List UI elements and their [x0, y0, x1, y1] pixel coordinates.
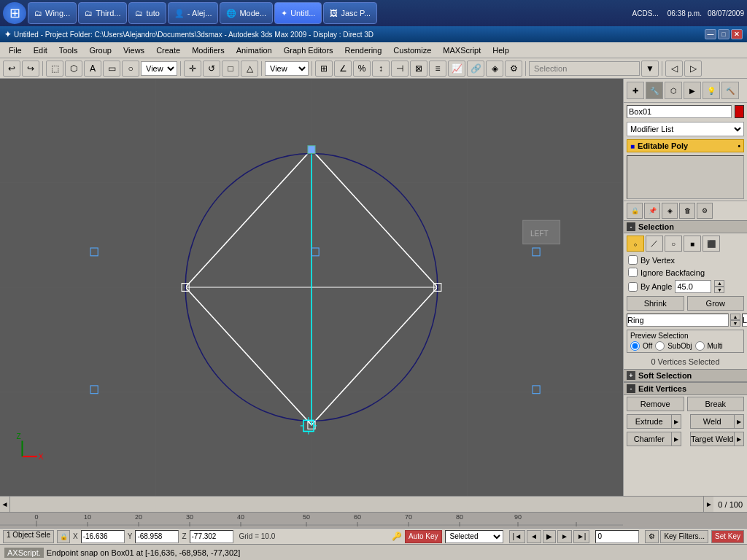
timeline-track[interactable]	[10, 497, 703, 512]
chamfer-arrow-button[interactable]: ▶	[671, 432, 681, 446]
ring-down-button[interactable]: ▼	[730, 320, 740, 327]
minimize-button[interactable]: —	[705, 29, 716, 39]
taskbar-folder1[interactable]: 🗂 Wing...	[28, 2, 77, 24]
lock-toggle[interactable]: 🔒	[57, 530, 70, 543]
hierarchy-panel-icon[interactable]: ⬡	[665, 82, 682, 99]
editable-poly-item[interactable]: ■ Editable Poly •	[627, 139, 744, 152]
preview-off-radio[interactable]	[630, 341, 640, 351]
close-button[interactable]: ✕	[731, 29, 743, 39]
scale-button[interactable]: △	[241, 61, 258, 77]
undo-button[interactable]: ↩	[3, 61, 20, 77]
menu-tools[interactable]: Tools	[53, 44, 84, 56]
poly-select-icon[interactable]: ■	[684, 236, 701, 252]
taskbar-3dsmax[interactable]: ✦ Untitl...	[274, 2, 322, 24]
prev-frame-button[interactable]: ◄	[527, 530, 541, 543]
extrude-button[interactable]: Extrude	[627, 414, 671, 429]
angle-down-button[interactable]: ▼	[714, 287, 724, 293]
start-button[interactable]: ⊞	[3, 2, 26, 24]
chamfer-button[interactable]: Chamfer	[627, 432, 671, 446]
preview-subobj-radio[interactable]	[655, 341, 665, 351]
timeline-right-arrow[interactable]: ►	[703, 497, 713, 512]
target-weld-arrow-button[interactable]: ▶	[734, 432, 744, 446]
target-weld-button[interactable]: Target Weld	[690, 432, 735, 446]
display-panel-icon[interactable]: 💡	[703, 82, 720, 99]
edit-vertices-toggle[interactable]: -	[627, 384, 635, 393]
material-editor-button[interactable]: ◈	[486, 61, 503, 77]
spinner-snap-button[interactable]: ↕	[372, 61, 390, 77]
taskbar-folder2[interactable]: 🗂 Third...	[78, 2, 127, 24]
select-name-button[interactable]: 𝖠	[84, 61, 101, 77]
menu-help[interactable]: Help	[487, 44, 515, 56]
selected-dropdown[interactable]: Selected	[445, 530, 503, 543]
by-angle-checkbox[interactable]	[628, 282, 638, 292]
menu-edit[interactable]: Edit	[28, 44, 53, 56]
border-select-icon[interactable]: ○	[665, 236, 682, 252]
move-button[interactable]: ✛	[184, 61, 201, 77]
pin-icon[interactable]: 📌	[644, 203, 660, 219]
loop-input[interactable]	[742, 314, 747, 327]
extra-btn-2[interactable]: ▷	[684, 61, 702, 77]
remove-mod-icon[interactable]: 🗑	[679, 203, 695, 219]
object-color-swatch[interactable]	[735, 105, 744, 118]
menu-modifiers[interactable]: Modifiers	[186, 44, 231, 56]
grow-button[interactable]: Grow	[687, 296, 745, 311]
percent-snap-button[interactable]: %	[353, 61, 371, 77]
angle-snap-button[interactable]: ∠	[334, 61, 352, 77]
config-mod-icon[interactable]: ⚙	[697, 203, 713, 219]
rotate-button[interactable]: ↺	[203, 61, 220, 77]
play-button[interactable]: ▶	[543, 530, 556, 543]
layer-button[interactable]: ≡	[429, 61, 446, 77]
taskbar-folder3[interactable]: 🗂 tuto	[128, 2, 166, 24]
timeline-left-arrow[interactable]: ◄	[0, 497, 10, 512]
extrude-arrow-button[interactable]: ▶	[671, 414, 681, 429]
align-button[interactable]: ⊠	[410, 61, 427, 77]
shrink-button[interactable]: Shrink	[627, 296, 684, 311]
menu-maxscript[interactable]: MAXScript	[437, 44, 487, 56]
break-button[interactable]: Break	[687, 397, 745, 411]
curve-editor-button[interactable]: 📈	[448, 61, 465, 77]
motion-panel-icon[interactable]: ▶	[684, 82, 701, 99]
by-vertex-checkbox[interactable]	[628, 255, 638, 265]
by-angle-value[interactable]	[675, 280, 711, 293]
lock-icon[interactable]: 🔒	[627, 203, 643, 219]
make-unique-icon[interactable]: ◈	[662, 203, 678, 219]
filter-dropdown[interactable]: View	[141, 61, 177, 76]
menu-group[interactable]: Group	[83, 44, 117, 56]
set-key-button[interactable]: Set Key	[711, 530, 744, 543]
named-sel-dropdown[interactable]: ▼	[641, 61, 659, 77]
x-field[interactable]	[81, 530, 125, 543]
preview-multi-radio[interactable]	[695, 341, 705, 351]
z-field[interactable]	[190, 530, 233, 543]
ignore-backfacing-checkbox[interactable]	[628, 268, 638, 277]
ring-up-button[interactable]: ▲	[730, 314, 740, 320]
menu-rendering[interactable]: Rendering	[339, 44, 388, 56]
angle-up-button[interactable]: ▲	[714, 280, 724, 287]
select-move-button[interactable]: □	[222, 61, 239, 77]
element-select-icon[interactable]: ⬛	[703, 236, 720, 252]
utilities-panel-icon[interactable]: 🔨	[721, 82, 739, 99]
frame-number-field[interactable]	[595, 530, 639, 543]
menu-file[interactable]: File	[3, 44, 28, 56]
modifier-options[interactable]: •	[738, 142, 740, 150]
ring-input[interactable]	[627, 314, 729, 327]
edit-vertices-header[interactable]: - Edit Vertices	[624, 382, 747, 395]
maximize-button[interactable]: □	[718, 29, 729, 39]
goto-start-button[interactable]: |◄	[509, 530, 526, 543]
mirror-button[interactable]: ⊣	[391, 61, 409, 77]
taskbar-user[interactable]: 👤 - Alej...	[168, 2, 219, 24]
selection-section-header[interactable]: - Selection	[624, 220, 747, 233]
object-name-input[interactable]	[627, 105, 732, 118]
render-setup-button[interactable]: ⚙	[505, 61, 522, 77]
create-panel-icon[interactable]: ✚	[627, 82, 644, 99]
create-selection-input[interactable]	[529, 61, 640, 76]
y-field[interactable]	[135, 530, 179, 543]
time-config-button[interactable]: ⚙	[645, 530, 659, 543]
soft-selection-header[interactable]: + Soft Selection	[624, 369, 747, 382]
menu-create[interactable]: Create	[150, 44, 186, 56]
viewport[interactable]: Left	[0, 79, 623, 496]
key-filters-button[interactable]: Key Filters...	[660, 530, 708, 543]
selection-toggle[interactable]: -	[627, 222, 635, 231]
taskbar-jasc[interactable]: 🖼 Jasc P...	[323, 2, 377, 24]
auto-key-button[interactable]: Auto Key	[405, 530, 442, 543]
select-button[interactable]: ⬚	[46, 61, 63, 77]
